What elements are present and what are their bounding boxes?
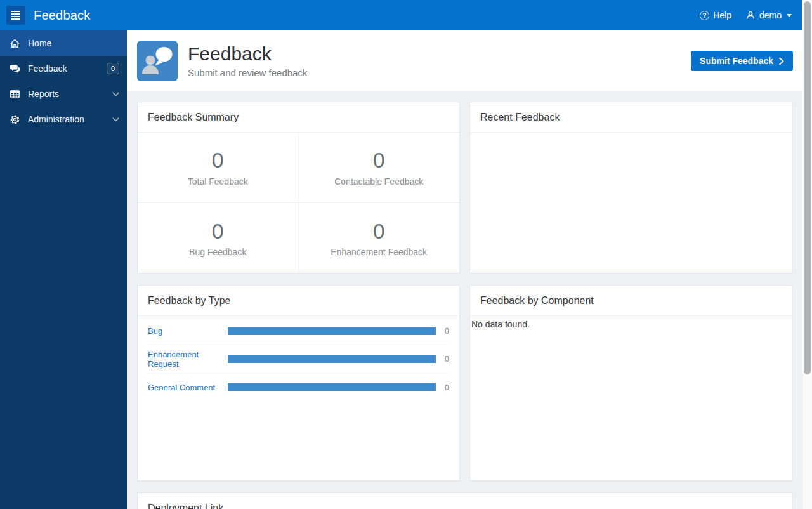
caret-down-icon [787,14,792,17]
page-subtitle: Submit and review feedback [188,67,307,78]
sidebar-item-label: Reports [28,89,59,99]
help-icon: ? [700,11,709,20]
help-label: Help [713,10,731,20]
bar-track [228,383,436,391]
app-header: Feedback ? Help demo [0,0,802,30]
bar [228,383,436,391]
vertical-scrollbar[interactable] [802,0,812,509]
stat-value: 0 [212,220,224,243]
stat-enhancement-feedback: 0 Enhancement Feedback [299,203,460,274]
type-value: 0 [440,326,449,336]
scrollbar-thumb[interactable] [804,1,811,374]
chevron-down-icon [112,117,119,122]
stat-value: 0 [212,149,224,172]
card-title: Feedback by Component [470,286,792,316]
submit-feedback-label: Submit Feedback [700,56,773,66]
type-value: 0 [440,354,449,364]
stat-label: Total Feedback [188,176,248,187]
deployment-link-card: Deployment Link [137,492,792,509]
sidebar-item-reports[interactable]: Reports [0,81,127,107]
user-icon [745,10,756,20]
stat-contactable-feedback: 0 Contactable Feedback [299,133,460,203]
submit-feedback-button[interactable]: Submit Feedback [691,51,793,71]
no-data-message: No data found. [470,316,792,333]
type-label-link[interactable]: General Comment [148,383,228,392]
feedback-summary-card: Feedback Summary 0 Total Feedback 0 Cont… [137,102,460,274]
recent-feedback-card: Recent Feedback [469,102,792,274]
card-title: Feedback by Type [138,286,459,316]
bar-track [228,327,436,335]
stat-value: 0 [373,220,385,243]
chevron-right-icon [779,57,784,65]
stat-label: Enhancement Feedback [331,247,427,257]
type-label-link[interactable]: Enhancement Request [148,350,228,369]
help-button[interactable]: ? Help [700,10,731,20]
sidebar-item-label: Home [28,38,51,48]
sidebar-item-feedback[interactable]: Feedback 0 [0,56,127,81]
stat-bug-feedback: 0 Bug Feedback [138,203,299,274]
comments-icon [8,63,21,74]
type-row-general-comment: General Comment 0 [148,373,449,401]
feedback-by-type-card: Feedback by Type Bug 0 Enhancement Reque… [137,285,460,481]
hamburger-menu-icon[interactable] [6,6,25,25]
chevron-down-icon [112,92,119,96]
sidebar-nav: Home Feedback 0 Reports [0,30,127,509]
card-title: Deployment Link [138,493,792,509]
bar-track [228,355,436,363]
feedback-app-icon [137,41,178,81]
user-name: demo [759,10,782,20]
home-icon [8,38,21,49]
user-menu-button[interactable]: demo [745,10,792,20]
stat-total-feedback: 0 Total Feedback [138,133,299,203]
card-title: Recent Feedback [470,102,792,133]
stat-value: 0 [373,149,385,172]
bar [228,355,436,363]
type-row-enhancement-request: Enhancement Request 0 [148,345,449,373]
type-label-link[interactable]: Bug [148,326,228,336]
stat-label: Contactable Feedback [334,176,423,187]
gear-icon [8,114,21,125]
report-table-icon [8,89,21,100]
sidebar-item-home[interactable]: Home [0,30,127,56]
sidebar-item-label: Administration [28,114,84,124]
sidebar-item-administration[interactable]: Administration [0,107,127,132]
bar [228,327,436,335]
page-title: Feedback [188,43,307,65]
main-content: Feedback Summary 0 Total Feedback 0 Cont… [127,91,802,509]
feedback-by-component-card: Feedback by Component No data found. [469,285,792,481]
app-title: Feedback [34,8,90,23]
type-value: 0 [440,383,449,392]
stat-label: Bug Feedback [189,247,246,257]
type-row-bug: Bug 0 [148,317,449,345]
feedback-count-badge: 0 [107,63,119,74]
card-title: Feedback Summary [138,102,459,133]
sidebar-item-label: Feedback [28,63,67,74]
page-hero: Feedback Submit and review feedback Subm… [127,30,802,91]
